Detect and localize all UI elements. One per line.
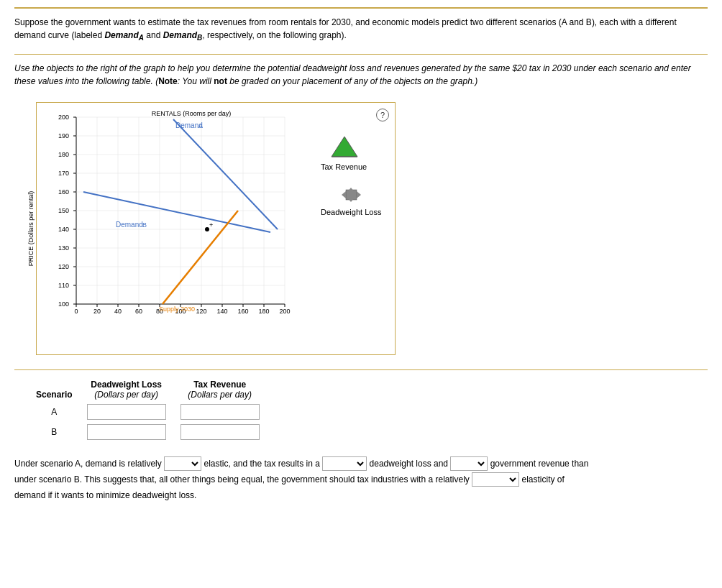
intro-text: Suppose the government wants to estimate… [14, 16, 708, 43]
divider-2 [14, 369, 708, 370]
demand-b-line [83, 192, 270, 232]
svg-text:170: 170 [58, 170, 69, 177]
table-row: B [29, 422, 267, 442]
bottom-text-6: elasticity of [522, 474, 565, 484]
data-table: Scenario Deadweight Loss (Dollars per da… [29, 377, 267, 442]
intersection-plus: + [209, 221, 213, 229]
svg-text:110: 110 [58, 282, 69, 289]
tax-revenue-header: Tax Revenue (Dollars per day) [173, 377, 267, 402]
svg-text:150: 150 [58, 207, 69, 214]
supply-subscript: 2030 [180, 306, 195, 313]
svg-text:190: 190 [58, 132, 69, 139]
tax-rev-header-text: Tax Revenue [180, 380, 260, 390]
tax-revenue-label: Tax Revenue [321, 162, 367, 171]
dwl-subheader-text: (Dollars per day) [87, 390, 166, 400]
scenario-a-dwl-cell [80, 402, 173, 422]
table-section: Scenario Deadweight Loss (Dollars per da… [29, 377, 708, 442]
tax-revenue-legend-item: Tax Revenue [321, 135, 367, 171]
y-axis-title: PRICE (Dollars per rental) [27, 191, 35, 267]
deadweight-loss-header: Deadweight Loss (Dollars per day) [80, 377, 173, 402]
scenario-b-label: B [29, 422, 80, 442]
svg-text:20: 20 [93, 308, 101, 315]
scenario-b-tax-input[interactable] [180, 424, 260, 440]
industry-elasticity-dropdown[interactable]: elastic inelastic [472, 472, 519, 487]
top-border [14, 7, 708, 9]
scenario-b-tax-cell [173, 422, 267, 442]
svg-text:180: 180 [58, 151, 69, 158]
demand-b-subscript: B [142, 221, 147, 229]
deadweight-loss-legend-item: Deadweight Loss [321, 184, 381, 216]
comparison-dropdown[interactable]: larger smaller [322, 456, 367, 471]
dwl-header-text: Deadweight Loss [87, 380, 166, 390]
chart-container: PRICE (Dollars per rental) 100 [47, 114, 384, 344]
deadweight-loss-label: Deadweight Loss [321, 208, 381, 216]
bottom-text-2: elastic, and the tax results in a [204, 459, 319, 469]
scenario-a-tax-input[interactable] [180, 404, 260, 420]
svg-text:180: 180 [258, 308, 269, 315]
svg-text:120: 120 [196, 308, 206, 315]
svg-marker-69 [342, 191, 346, 198]
scenario-a-label: A [29, 402, 80, 422]
svg-text:40: 40 [114, 308, 122, 315]
svg-text:200: 200 [58, 114, 69, 121]
instruction-text: Use the objects to the right of the grap… [14, 62, 708, 88]
demand-b-label: Demand [116, 221, 143, 229]
bottom-text-5: under scenario B. This suggests that, al… [14, 474, 470, 484]
revenue-dropdown[interactable]: more less [450, 456, 488, 471]
bottom-text-1: Under scenario A, demand is relatively [14, 459, 162, 469]
svg-text:100: 100 [58, 300, 69, 308]
scenario-b-dwl-cell [80, 422, 173, 442]
svg-marker-70 [357, 191, 361, 198]
help-icon[interactable]: ? [376, 109, 389, 121]
table-row: A [29, 402, 267, 422]
svg-text:140: 140 [216, 308, 227, 315]
chart-area: 100 110 120 130 140 150 [47, 114, 306, 344]
scenario-b-dwl-input[interactable] [87, 424, 166, 440]
svg-text:160: 160 [58, 188, 69, 196]
graph-section: ? PRICE (Dollars per rental) 100 [36, 102, 396, 355]
scenario-a-tax-cell [173, 402, 267, 422]
tax-rev-subheader-text: (Dollars per day) [180, 390, 260, 400]
tax-revenue-icon [324, 135, 364, 160]
supply-label: Supply [159, 306, 179, 313]
chart-svg: 100 110 120 130 140 150 [47, 114, 292, 336]
bottom-text-7: demand if it wants to minimize deadweigh… [14, 490, 196, 500]
bottom-text-4: government revenue than [490, 459, 589, 469]
demand-a-subscript: A [198, 122, 203, 129]
svg-text:160: 160 [237, 308, 248, 315]
bottom-text-3: deadweight loss and [370, 459, 448, 469]
scenario-a-dwl-input[interactable] [87, 404, 166, 420]
divider-1 [14, 54, 708, 55]
svg-text:130: 130 [58, 244, 69, 252]
svg-text:200: 200 [279, 308, 290, 315]
deadweight-loss-icon [332, 184, 371, 206]
legend-area: Tax Revenue Deadweight Loss [321, 114, 381, 224]
svg-text:0: 0 [74, 308, 78, 315]
svg-text:140: 140 [58, 226, 69, 233]
elasticity-dropdown-1[interactable]: more less [164, 456, 201, 471]
svg-marker-66 [332, 137, 357, 157]
supply-line [163, 211, 238, 304]
scenario-column-header: Scenario [29, 377, 80, 402]
bottom-text-section: Under scenario A, demand is relatively m… [14, 456, 708, 503]
svg-text:120: 120 [58, 263, 69, 270]
svg-text:60: 60 [135, 308, 142, 315]
